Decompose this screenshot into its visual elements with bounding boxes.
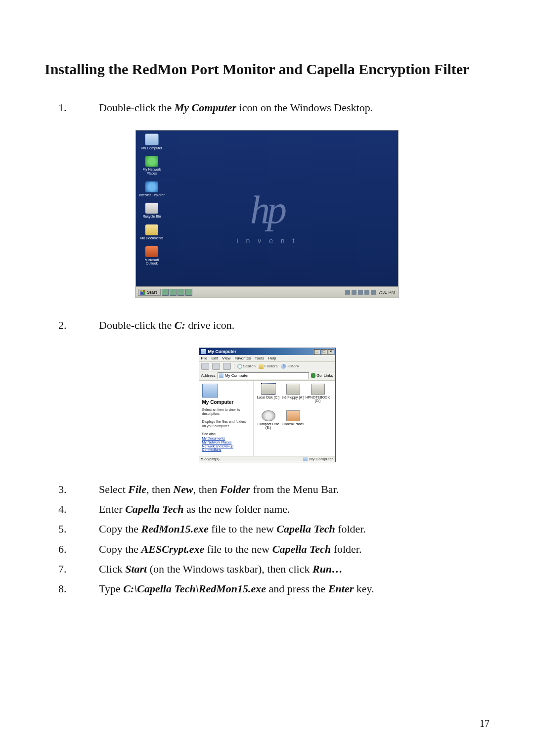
- folders-icon: [259, 364, 264, 369]
- desktop-icons-column: My Computer My Network Places Internet E…: [139, 133, 165, 266]
- tray-icon[interactable]: [345, 290, 350, 295]
- step-number: 5.: [44, 521, 99, 537]
- my-computer-icon: [145, 133, 159, 145]
- quicklaunch-icon[interactable]: [178, 289, 184, 296]
- step-1: 1. Double-click the My Computer icon on …: [44, 99, 490, 116]
- go-icon: [311, 373, 315, 378]
- desktop-icon-recycle-bin[interactable]: Recycle Bin: [139, 203, 165, 219]
- bold-run: Capella Tech: [276, 523, 335, 535]
- step-8: 8. Type C:\Capella Tech\RedMon15.exe and…: [44, 580, 490, 597]
- text-run: Copy the: [99, 543, 141, 555]
- cd-icon: [262, 410, 275, 421]
- icon-label: Recycle Bin: [143, 215, 161, 219]
- text-run: Double-click the: [99, 101, 175, 114]
- control-panel[interactable]: Control Panel: [281, 410, 305, 435]
- drive-c[interactable]: Local Disk (C:): [257, 384, 280, 408]
- leftpane-link-dialup[interactable]: Network and Dial-up Connections: [202, 445, 250, 451]
- drive-cd[interactable]: Compact Disc (E:): [257, 410, 280, 435]
- history-icon: [281, 364, 286, 369]
- screenshot-desktop: My Computer My Network Places Internet E…: [135, 130, 399, 298]
- drive-icon: [311, 384, 325, 395]
- tray-icon[interactable]: [364, 290, 369, 295]
- text-run: (on the Windows taskbar), then click: [147, 563, 312, 575]
- menu-bar: File Edit View Favorites Tools Help: [199, 355, 335, 362]
- tray-icon[interactable]: [358, 290, 363, 295]
- recycle-bin-icon: [145, 203, 158, 214]
- step-number: 3.: [44, 481, 99, 498]
- page-number: 17: [480, 718, 490, 729]
- desktop-icon-network-places[interactable]: My Network Places: [139, 156, 165, 175]
- menu-file[interactable]: File: [201, 356, 208, 360]
- desktop-icon-ie[interactable]: Internet Explorer: [139, 181, 165, 197]
- bold-run: AESCrypt.exe: [141, 543, 205, 555]
- drive-d[interactable]: HPNOTEBOOK (D:): [306, 384, 330, 408]
- text-run: from the Menu Bar.: [250, 483, 339, 495]
- close-button[interactable]: ×: [328, 349, 334, 355]
- desktop-icon-outlook[interactable]: Microsoft Outlook: [139, 246, 165, 266]
- desktop-icon-my-documents[interactable]: My Documents: [139, 224, 165, 240]
- quicklaunch-icon[interactable]: [170, 289, 177, 296]
- status-left: 5 object(s): [201, 457, 220, 461]
- bold-run: Start: [125, 563, 147, 575]
- drive-floppy[interactable]: 3½ Floppy (A:): [281, 384, 305, 408]
- go-button[interactable]: Go: [311, 373, 322, 378]
- text-run: folder.: [331, 543, 361, 555]
- tray-icon[interactable]: [371, 290, 376, 295]
- windows-flag-icon: [140, 290, 145, 295]
- control-panel-icon: [286, 410, 300, 421]
- toolbar-search[interactable]: Search: [237, 364, 256, 369]
- status-right-label: My Computer: [309, 457, 333, 461]
- titlebar-icon: [201, 349, 206, 354]
- step-number: 8.: [44, 580, 99, 597]
- minimize-button[interactable]: _: [314, 349, 320, 355]
- menu-tools[interactable]: Tools: [255, 356, 264, 360]
- menu-favorites[interactable]: Favorites: [234, 356, 251, 360]
- up-button[interactable]: [223, 363, 231, 370]
- start-button[interactable]: Start: [138, 289, 161, 296]
- leftpane-link-documents[interactable]: My Documents: [202, 437, 250, 440]
- taskbar-left: Start: [138, 289, 192, 296]
- tray-icon[interactable]: [352, 290, 356, 295]
- section-title: Installing the RedMon Port Monitor and C…: [44, 59, 490, 80]
- text-run: , then: [193, 483, 220, 495]
- text-run: Type: [99, 582, 123, 595]
- text-run: Copy the: [99, 523, 141, 535]
- address-field[interactable]: My Computer: [218, 372, 309, 379]
- text-run: icon on the Windows Desktop.: [236, 101, 373, 114]
- links-label[interactable]: Links: [324, 373, 333, 378]
- address-value: My Computer: [225, 373, 249, 378]
- status-bar: 5 object(s) My Computer: [199, 456, 335, 462]
- leftpane-seealso: See also:: [202, 432, 250, 436]
- icon-label: My Network Places: [139, 168, 165, 175]
- step-number: 7.: [44, 561, 99, 578]
- leftpane-link-network[interactable]: My Network Places: [202, 441, 250, 444]
- window-body: My Computer Select an item to view its d…: [199, 381, 335, 456]
- search-icon: [237, 364, 242, 369]
- steps-list: 1. Double-click the My Computer icon on …: [44, 99, 490, 116]
- forward-button[interactable]: [212, 363, 220, 370]
- toolbar-history[interactable]: History: [281, 364, 299, 369]
- figure-mycomputer-window: My Computer _ □ × File Edit View Favorit…: [44, 348, 490, 463]
- maximize-button[interactable]: □: [321, 349, 327, 355]
- drive-label: 3½ Floppy (A:): [282, 396, 305, 399]
- text-run: Click: [99, 563, 125, 575]
- menu-help[interactable]: Help: [268, 356, 276, 360]
- text-run: drive icon.: [185, 319, 235, 331]
- text-run: , then: [146, 483, 173, 495]
- desktop-icon-my-computer[interactable]: My Computer: [139, 133, 165, 150]
- window-title: My Computer: [208, 349, 237, 354]
- step-text: Type C:\Capella Tech\RedMon15.exe and pr…: [99, 580, 490, 597]
- taskbar-clock: 7:31 PM: [377, 290, 396, 295]
- bold-run: Folder: [220, 483, 250, 495]
- address-icon: [219, 373, 223, 378]
- taskbar: Start 7:31 PM: [136, 286, 398, 298]
- wallpaper-logo: hp: [250, 187, 284, 232]
- quicklaunch-icon[interactable]: [185, 289, 192, 296]
- back-button[interactable]: [201, 363, 209, 370]
- bold-run: Capella Tech: [272, 543, 331, 555]
- menu-view[interactable]: View: [222, 356, 230, 360]
- quicklaunch-icon[interactable]: [162, 289, 169, 296]
- menu-edit[interactable]: Edit: [211, 356, 218, 360]
- bold-run: New: [173, 483, 193, 495]
- toolbar-folders[interactable]: Folders: [259, 364, 278, 369]
